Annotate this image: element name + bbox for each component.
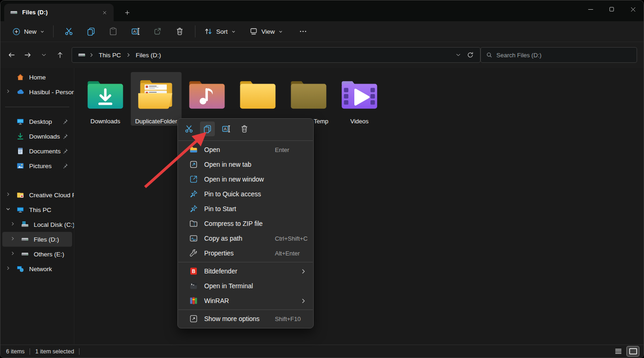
menu-item-open-in-terminal[interactable]: Open in Terminal: [178, 279, 313, 293]
refresh-button[interactable]: [464, 49, 476, 61]
menu-item-show-more-options[interactable]: Show more optionsShift+F10: [178, 311, 313, 326]
context-copy-button[interactable]: [200, 121, 215, 136]
close-button[interactable]: [622, 0, 644, 18]
sidebar-item-pictures[interactable]: Pictures: [2, 158, 72, 173]
chevron-right-icon[interactable]: [5, 88, 12, 96]
details-view-button[interactable]: [612, 346, 624, 356]
address-bar[interactable]: This PC Files (D:): [72, 47, 480, 63]
delete-button[interactable]: [169, 24, 191, 39]
svg-text:B: B: [192, 269, 195, 274]
chevron-down-icon[interactable]: [5, 206, 12, 213]
open-folder-icon: [189, 145, 198, 154]
context-menu-items: OpenEnterOpen in new tabOpen in new wind…: [178, 142, 313, 326]
rename-button[interactable]: A: [124, 24, 146, 39]
context-cut-button[interactable]: [182, 121, 196, 136]
sidebar-item-desktop[interactable]: Desktop: [2, 114, 72, 129]
submenu-chevron-icon: [300, 297, 307, 304]
sidebar-item-label: Pictures: [29, 163, 52, 170]
sidebar-item-others-e[interactable]: Others (E:): [2, 247, 72, 261]
folder-yellow[interactable]: [232, 72, 283, 126]
maximize-button[interactable]: [601, 0, 622, 18]
sidebar-item-this-pc[interactable]: This PC: [2, 202, 72, 217]
menu-item-properties[interactable]: PropertiesAlt+Enter: [178, 246, 313, 261]
minimize-button[interactable]: [580, 0, 601, 18]
back-button[interactable]: [4, 48, 19, 62]
folder-icon: [232, 75, 283, 113]
menu-item-copy-as-path[interactable]: Copy as pathCtrl+Shift+C: [178, 231, 313, 246]
search-box[interactable]: [480, 47, 638, 63]
forward-button[interactable]: [20, 48, 35, 62]
close-tab-icon[interactable]: [99, 7, 110, 18]
chevron-right-icon[interactable]: [10, 221, 17, 228]
folder-duplicatefolder[interactable]: DuplicateFolder: [131, 72, 182, 126]
item-count: 6 items: [6, 348, 24, 355]
chevron-right-icon: [88, 52, 95, 58]
sort-button[interactable]: Sort: [200, 24, 240, 39]
sort-icon: [204, 27, 213, 36]
winrar-icon: [189, 296, 198, 305]
breadcrumb-this-pc[interactable]: This PC: [97, 50, 123, 60]
chevron-right-icon[interactable]: [5, 265, 12, 273]
sidebar-spacer: [0, 173, 74, 188]
folder-videos[interactable]: Videos: [334, 72, 385, 126]
chevron-placeholder: [5, 118, 12, 125]
drive-icon: [21, 235, 29, 243]
sidebar-item-documents[interactable]: Documents: [2, 144, 72, 158]
home-icon: [16, 73, 24, 81]
menu-item-pin-to-quick-access[interactable]: Pin to Quick access: [178, 187, 313, 201]
pin-icon: [62, 148, 68, 154]
menu-item-open-in-new-window[interactable]: Open in new window: [178, 172, 313, 187]
sidebar-item-label: Home: [29, 74, 46, 81]
recent-locations-button[interactable]: [36, 48, 51, 62]
sidebar-item-downloads[interactable]: Downloads: [2, 129, 72, 144]
new-button[interactable]: New: [8, 24, 49, 39]
chevron-right-icon[interactable]: [5, 191, 12, 199]
context-rename-button[interactable]: A: [219, 121, 233, 136]
folder-temp[interactable]: Temp: [283, 72, 334, 126]
menu-item-bitdefender[interactable]: BBitdefender: [178, 264, 313, 279]
large-icons-view-button[interactable]: [627, 346, 639, 356]
menu-item-label: WinRAR: [204, 297, 229, 304]
folder-downloads[interactable]: Downloads: [80, 72, 131, 126]
menu-item-shortcut: Shift+F10: [275, 316, 301, 322]
context-delete-button[interactable]: [237, 121, 252, 136]
new-tab-button[interactable]: [122, 7, 133, 18]
search-input[interactable]: [497, 52, 632, 59]
menu-item-open-in-new-tab[interactable]: Open in new tab: [178, 157, 313, 172]
copy-button[interactable]: [80, 24, 102, 39]
sidebar-item-network[interactable]: Network: [2, 261, 72, 276]
tab-files-d[interactable]: Files (D:): [4, 4, 114, 21]
window-controls: [580, 0, 644, 18]
share-button[interactable]: [146, 24, 169, 39]
folder-music[interactable]: [182, 72, 232, 126]
sidebar-item-files-d[interactable]: Files (D:): [2, 232, 72, 247]
new-button-label: New: [24, 28, 36, 35]
sidebar-item-creative-cloud-files[interactable]: Creative Cloud Files: [2, 188, 72, 202]
up-button[interactable]: [53, 48, 67, 62]
command-bar: New A Sort View: [0, 21, 644, 42]
menu-item-label: Open in Terminal: [204, 282, 253, 290]
menu-item-open[interactable]: OpenEnter: [178, 142, 313, 157]
menu-item-winrar[interactable]: WinRAR: [178, 293, 313, 308]
chevron-right-icon[interactable]: [10, 236, 17, 243]
submenu-chevron-icon: [300, 268, 307, 275]
paste-button[interactable]: [102, 24, 124, 39]
cut-button[interactable]: [58, 24, 80, 39]
chevron-right-icon[interactable]: [10, 250, 17, 258]
view-button[interactable]: View: [245, 24, 287, 39]
sidebar-item-local-disk-c[interactable]: Local Disk (C:): [2, 217, 72, 232]
circle-plus-icon: [12, 27, 21, 36]
sidebar-item-home[interactable]: Home: [2, 70, 72, 85]
menu-item-shortcut: Ctrl+Shift+C: [275, 235, 308, 242]
menu-item-label: Pin to Start: [204, 205, 236, 212]
menu-item-compress-to-zip-file[interactable]: Compress to ZIP file: [178, 216, 313, 231]
onedrive-icon: [16, 88, 24, 96]
folder-icon: [283, 75, 334, 113]
address-dropdown-button[interactable]: [452, 49, 464, 61]
folder-name: Downloads: [80, 116, 131, 126]
menu-item-pin-to-start[interactable]: Pin to Start: [178, 201, 313, 216]
more-options-button[interactable]: [294, 24, 312, 39]
breadcrumb-files-d[interactable]: Files (D:): [134, 50, 163, 60]
menu-item-label: Properties: [204, 249, 234, 257]
sidebar-item-hasibul-personal[interactable]: Hasibul - Personal: [2, 85, 72, 99]
